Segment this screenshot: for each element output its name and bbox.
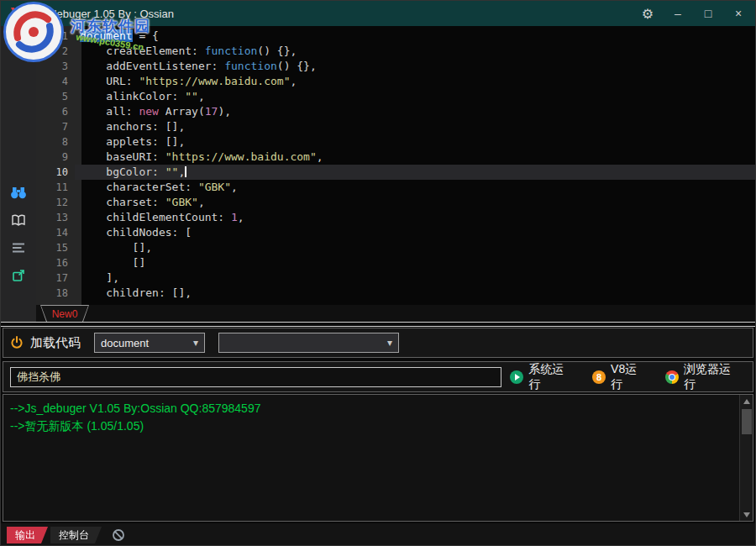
load-code-label: 加载代码 <box>30 335 81 351</box>
bottom-tabbar: 输出 控制台 <box>1 523 755 546</box>
line-number[interactable]: 6 <box>36 104 75 119</box>
line-number[interactable]: 14 <box>36 225 75 240</box>
code-text: addEventListener: function() {}, <box>75 59 755 74</box>
line-number[interactable]: 15 <box>36 240 75 255</box>
text-cursor <box>185 166 186 177</box>
external-link-icon[interactable] <box>8 265 29 286</box>
window-title: Js_debuger 1.05 By : Ossian <box>34 8 174 20</box>
line-number[interactable]: 2 <box>36 44 75 59</box>
line-number[interactable]: 3 <box>36 59 75 74</box>
line-number[interactable]: 8 <box>36 134 75 150</box>
scroll-down-icon[interactable] <box>740 508 753 521</box>
run-bar: 系统运行 8 V8运行 浏览器运行 <box>3 361 753 392</box>
line-number[interactable]: 17 <box>36 270 75 286</box>
v8-run-button[interactable]: 8 V8运行 <box>592 362 648 392</box>
code-line[interactable]: 1document = { <box>36 29 755 44</box>
output-line: -->暂无新版本 (1.05/1.05) <box>10 417 736 435</box>
toolbar: 加载代码 document ▾ ▾ <box>3 328 753 358</box>
output-lines: -->Js_debuger V1.05 By:Ossian QQ:8579845… <box>10 400 736 435</box>
splitter-divider[interactable] <box>1 322 755 327</box>
window-controls: ⚙ – □ × <box>639 6 747 22</box>
code-area: 1document = {2 createElement: function()… <box>36 29 755 301</box>
minimize-button[interactable]: – <box>669 7 686 20</box>
system-run-button[interactable]: 系统运行 <box>510 362 575 392</box>
play-circle-icon <box>510 370 523 384</box>
app-logo-icon <box>9 7 26 20</box>
v8-run-label: V8运行 <box>611 362 648 392</box>
line-number[interactable]: 13 <box>36 210 75 225</box>
run-buttons: 系统运行 8 V8运行 浏览器运行 <box>510 362 746 392</box>
clear-prohibition-icon[interactable] <box>112 528 125 542</box>
code-line[interactable]: 18 children: [], <box>36 286 755 301</box>
code-text: anchors: [], <box>75 119 755 134</box>
code-line[interactable]: 10 bgColor: "", <box>36 165 755 180</box>
object-dropdown[interactable]: document ▾ <box>94 333 205 353</box>
code-text: children: [], <box>75 286 755 301</box>
scrollbar-thumb[interactable] <box>742 409 752 434</box>
editor-tab-new0[interactable]: New0 <box>40 305 89 322</box>
scroll-up-icon[interactable] <box>740 395 753 407</box>
code-line[interactable]: 4 URL: "https://www.baidu.com", <box>36 74 755 89</box>
code-text: [] <box>75 255 755 270</box>
search-binoculars-icon[interactable] <box>8 182 29 202</box>
line-number[interactable]: 4 <box>36 74 75 89</box>
line-number[interactable]: 11 <box>36 180 75 195</box>
code-line[interactable]: 15 [], <box>36 240 755 255</box>
code-line[interactable]: 5 alinkColor: "", <box>36 89 755 104</box>
code-text: createElement: function() {}, <box>75 44 755 59</box>
line-number[interactable]: 7 <box>36 119 75 134</box>
code-text: applets: [], <box>75 134 755 150</box>
tab-console[interactable]: 控制台 <box>50 527 102 543</box>
power-icon <box>10 336 24 349</box>
close-button[interactable]: × <box>730 7 747 20</box>
line-number[interactable]: 1 <box>36 29 75 44</box>
code-line[interactable]: 17 ], <box>36 270 755 286</box>
code-line[interactable]: 6 all: new Array(17), <box>36 104 755 119</box>
line-number[interactable]: 16 <box>36 255 75 270</box>
code-line[interactable]: 12 charset: "GBK", <box>36 195 755 210</box>
code-line[interactable]: 13 childElementCount: 1, <box>36 210 755 225</box>
editor-tab-label: New0 <box>41 306 88 322</box>
output-scrollbar[interactable] <box>739 395 753 521</box>
code-text: ], <box>75 270 755 286</box>
command-input[interactable] <box>10 367 501 387</box>
code-line[interactable]: 11 characterSet: "GBK", <box>36 180 755 195</box>
code-text: childElementCount: 1, <box>75 210 755 225</box>
line-number[interactable]: 5 <box>36 89 75 104</box>
code-text: all: new Array(17), <box>75 104 755 119</box>
chrome-browser-icon <box>665 370 679 384</box>
output-console[interactable]: -->Js_debuger V1.05 By:Ossian QQ:8579845… <box>3 394 753 522</box>
code-line[interactable]: 16 [] <box>36 255 755 270</box>
line-number[interactable]: 18 <box>36 286 75 301</box>
code-text: [], <box>75 240 755 255</box>
output-line: -->Js_debuger V1.05 By:Ossian QQ:8579845… <box>10 400 736 417</box>
editor-tabstrip: New0 <box>36 305 755 322</box>
browser-run-button[interactable]: 浏览器运行 <box>665 362 743 392</box>
list-lines-icon[interactable] <box>8 238 29 258</box>
app-window: Js_debuger 1.05 By : Ossian ⚙ – □ × <box>0 0 756 546</box>
sidebar <box>1 26 36 322</box>
secondary-dropdown[interactable]: ▾ <box>218 333 399 353</box>
code-line[interactable]: 2 createElement: function() {}, <box>36 44 755 59</box>
code-line[interactable]: 9 baseURI: "https://www.baidu.com", <box>36 150 755 165</box>
code-text: childNodes: [ <box>75 225 755 240</box>
system-run-label: 系统运行 <box>528 362 575 392</box>
v8-icon: 8 <box>592 370 606 384</box>
maximize-button[interactable]: □ <box>700 7 717 20</box>
code-line[interactable]: 7 anchors: [], <box>36 119 755 134</box>
chevron-down-icon: ▾ <box>193 337 198 349</box>
code-line[interactable]: 14 childNodes: [ <box>36 225 755 240</box>
line-number[interactable]: 10 <box>36 165 75 180</box>
code-line[interactable]: 3 addEventListener: function() {}, <box>36 59 755 74</box>
book-icon[interactable] <box>8 210 29 230</box>
line-number[interactable]: 12 <box>36 195 75 210</box>
code-editor[interactable]: 1document = {2 createElement: function()… <box>36 26 755 305</box>
object-dropdown-value: document <box>101 337 149 349</box>
code-text: document = { <box>75 29 755 44</box>
load-code-button[interactable]: 加载代码 <box>10 335 81 351</box>
settings-icon[interactable]: ⚙ <box>639 6 656 22</box>
titlebar: Js_debuger 1.05 By : Ossian ⚙ – □ × <box>1 1 755 26</box>
line-number[interactable]: 9 <box>36 150 75 165</box>
code-line[interactable]: 8 applets: [], <box>36 134 755 150</box>
tab-output[interactable]: 输出 <box>7 527 48 543</box>
